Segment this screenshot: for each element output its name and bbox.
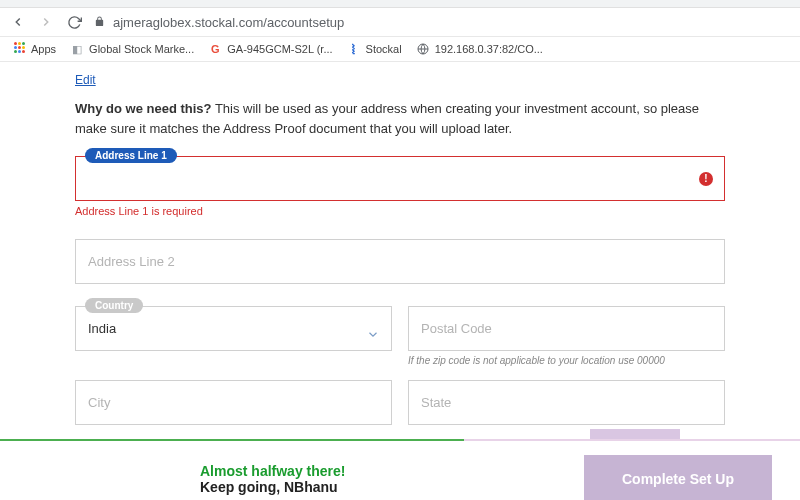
address-bar[interactable]: ajmeraglobex.stockal.com/accountsetup xyxy=(94,15,790,30)
address-line-1-input[interactable] xyxy=(75,156,725,201)
country-label: Country xyxy=(85,298,143,313)
footer-line1: Almost halfway there! xyxy=(200,463,345,479)
bookmark-label: 192.168.0.37:82/CO... xyxy=(435,43,543,55)
footer-line2: Keep going, NBhanu xyxy=(200,479,345,495)
complete-setup-button[interactable]: Complete Set Up xyxy=(584,455,772,500)
country-field: Country xyxy=(75,306,392,366)
bookmark-ip[interactable]: 192.168.0.37:82/CO... xyxy=(416,42,543,56)
address-line-1-field: Address Line 1 ! xyxy=(75,156,725,201)
postal-code-input[interactable] xyxy=(408,306,725,351)
lock-icon xyxy=(94,16,105,29)
address-line-2-field xyxy=(75,239,725,284)
city-field xyxy=(75,380,392,425)
bookmark-label: Apps xyxy=(31,43,56,55)
state-field xyxy=(408,380,725,425)
edit-link[interactable]: Edit xyxy=(75,73,96,87)
postal-field-wrap: If the zip code is not applicable to you… xyxy=(408,306,725,366)
bookmark-label: Stockal xyxy=(366,43,402,55)
address-line-2-input[interactable] xyxy=(75,239,725,284)
url-text: ajmeraglobex.stockal.com/accountsetup xyxy=(113,15,344,30)
bookmark-label: GA-945GCM-S2L (r... xyxy=(227,43,332,55)
globe-icon xyxy=(416,42,430,56)
bookmark-stockal[interactable]: ⦚ Stockal xyxy=(347,42,402,56)
back-button[interactable] xyxy=(10,14,26,30)
footer: Almost halfway there! Keep going, NBhanu… xyxy=(0,441,800,500)
bookmark-ga[interactable]: G GA-945GCM-S2L (r... xyxy=(208,42,332,56)
apps-icon xyxy=(12,42,26,56)
browser-toolbar: ajmeraglobex.stockal.com/accountsetup xyxy=(0,8,800,37)
browser-tab-strip xyxy=(0,0,800,8)
postal-helper: If the zip code is not applicable to you… xyxy=(408,355,725,366)
state-input[interactable] xyxy=(408,380,725,425)
error-icon: ! xyxy=(699,172,713,186)
forward-button[interactable] xyxy=(38,14,54,30)
bookmark-global-stock[interactable]: ◧ Global Stock Marke... xyxy=(70,42,194,56)
bookmark-label: Global Stock Marke... xyxy=(89,43,194,55)
footer-wrap: Almost halfway there! Keep going, NBhanu… xyxy=(0,439,800,500)
reload-button[interactable] xyxy=(66,14,82,30)
bookmark-apps[interactable]: Apps xyxy=(12,42,56,56)
address-line-1-label: Address Line 1 xyxy=(85,148,177,163)
footer-message: Almost halfway there! Keep going, NBhanu xyxy=(200,463,345,495)
form-content: Edit Why do we need this? This will be u… xyxy=(55,62,745,425)
stockal-icon: ⦚ xyxy=(347,42,361,56)
why-bold: Why do we need this? xyxy=(75,101,212,116)
address-line-1-error: Address Line 1 is required xyxy=(75,205,725,217)
why-text: Why do we need this? This will be used a… xyxy=(75,99,725,138)
city-input[interactable] xyxy=(75,380,392,425)
page-icon: ◧ xyxy=(70,42,84,56)
gigabyte-icon: G xyxy=(208,42,222,56)
bookmarks-bar: Apps ◧ Global Stock Marke... G GA-945GCM… xyxy=(0,37,800,62)
partial-button-peek xyxy=(590,429,680,439)
